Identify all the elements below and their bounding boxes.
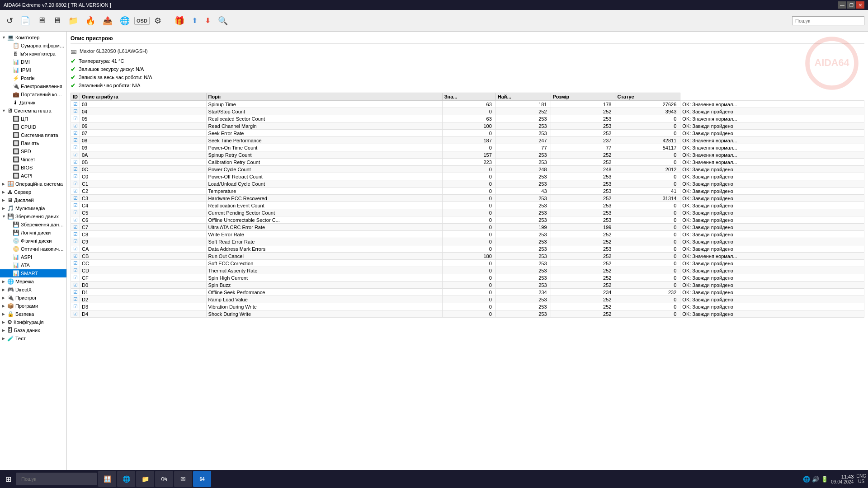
sidebar-item-bios[interactable]: 🔲BIOS	[0, 164, 66, 172]
taskbar-search-input[interactable]	[16, 473, 97, 485]
table-cell-16-5: 253	[551, 216, 615, 224]
sidebar-item-multimedia[interactable]: ▶🎵Мультимедіа	[0, 204, 66, 212]
table-row[interactable]: ☑C3Hardware ECC Recovered025325231314OK:…	[71, 195, 864, 202]
osd-button[interactable]: OSD	[134, 17, 150, 25]
table-row[interactable]: ☑CDThermal Asperity Rate02532520OK: Завж…	[71, 267, 864, 274]
sidebar-item-acpi[interactable]: 🔲ACPI	[0, 172, 66, 180]
sidebar-item-smart[interactable]: 📊SMART	[0, 269, 66, 277]
sidebar-label-network: Мережа	[15, 279, 34, 284]
table-row[interactable]: ☑CAData Address Mark Errors02532530OK: З…	[71, 245, 864, 253]
minimize-button[interactable]: —	[838, 1, 846, 9]
sidebar-item-portable[interactable]: 💼Портативний комп'ютер	[0, 90, 66, 99]
taskbar-edge-btn[interactable]: 🌐	[117, 471, 135, 487]
sidebar-item-physical[interactable]: 💿Фізичні диски	[0, 237, 66, 245]
sidebar-item-overclock[interactable]: ⚡Розгін	[0, 74, 66, 82]
up-button[interactable]: ⬆	[189, 14, 200, 27]
taskbar-aida64-btn[interactable]: 64	[193, 471, 211, 487]
table-row[interactable]: ☑CCSoft ECC Correction02532520OK: Завжди…	[71, 260, 864, 267]
sidebar-item-directx[interactable]: ▶🎮DirectX	[0, 286, 66, 294]
table-row[interactable]: ☑03Spinup Time6318117827626OK: Значення …	[71, 101, 864, 108]
sidebar-item-server[interactable]: ▶🖧Сервер	[0, 188, 66, 196]
table-header-6: Статус	[615, 93, 680, 101]
table-row[interactable]: ☑0CPower Cycle Count02482482012OK: Завжд…	[71, 166, 864, 173]
sidebar-item-power[interactable]: 🔌Електроживлення	[0, 82, 66, 90]
sidebar-item-os[interactable]: ▶🪟Операційна система	[0, 180, 66, 188]
sidebar-item-systemmb[interactable]: 🔲Системна плата	[0, 131, 66, 139]
table-row[interactable]: ☑D1Offline Seek Performance0234234232OK:…	[71, 289, 864, 296]
table-row[interactable]: ☑D0Spin Buzz02532520OK: Завжди пройдено	[71, 282, 864, 289]
sidebar-item-storage[interactable]: ▼💾Збереження даних	[0, 212, 66, 221]
taskbar-mail-btn[interactable]: ✉	[174, 471, 192, 487]
table-row[interactable]: ☑09Power-On Time Count0777754117OK: Знач…	[71, 144, 864, 151]
taskbar-explorer-btn[interactable]: 📁	[136, 471, 154, 487]
table-row[interactable]: ☑C4Reallocation Event Count02532530OK: З…	[71, 202, 864, 209]
table-row[interactable]: ☑07Seek Error Rate02532520OK: Завжди про…	[71, 130, 864, 137]
folder-button[interactable]: 📁	[66, 14, 81, 28]
table-row[interactable]: ☑0BCalibration Retry Count2232532520OK: …	[71, 159, 864, 166]
table-row[interactable]: ☑C9Soft Read Error Rate02532520OK: Завжд…	[71, 238, 864, 245]
table-row[interactable]: ☑D3Vibration During Write02532520OK: Зав…	[71, 303, 864, 310]
sidebar-item-config[interactable]: ▶⚙Конфігурація	[0, 318, 66, 326]
table-row[interactable]: ☑CBRun Out Cancel1802532520OK: Значення …	[71, 253, 864, 260]
table-row[interactable]: ☑CFSpin High Current02532520OK: Завжди п…	[71, 274, 864, 282]
sidebar-item-spd[interactable]: 🔲SPD	[0, 147, 66, 155]
table-row[interactable]: ☑C8Write Error Rate02532520OK: Завжди пр…	[71, 231, 864, 238]
table-row[interactable]: ☑D4Shock During Write02532520OK: Завжди …	[71, 310, 864, 318]
table-row[interactable]: ☑C2Temperature04325341OK: Завжди пройден…	[71, 188, 864, 195]
sidebar-item-network[interactable]: ▶🌐Мережа	[0, 277, 66, 286]
start-button[interactable]: ⊞	[2, 471, 15, 487]
sidebar-item-test[interactable]: ▶🧪Тест	[0, 334, 66, 343]
sidebar-item-database[interactable]: ▶🗄База даних	[0, 326, 66, 334]
sidebar-item-computer[interactable]: ▼💻Комп'ютер	[0, 33, 66, 42]
maximize-button[interactable]: ❐	[847, 1, 855, 9]
monitor-button[interactable]: 🖥	[50, 14, 64, 27]
table-row[interactable]: ☑C6Offline Uncorrectable Sector C...0253…	[71, 216, 864, 224]
table-row[interactable]: ☑C1Load/Unload Cycle Count02532530OK: За…	[71, 180, 864, 188]
sidebar-item-chipset[interactable]: 🔲Чіпсет	[0, 155, 66, 164]
table-row[interactable]: ☑C0Power-Off Retract Count02532530OK: За…	[71, 173, 864, 180]
table-row[interactable]: ☑0ASpinup Retry Count1572532520OK: Значе…	[71, 151, 864, 159]
sidebar-item-cpu[interactable]: 🔲ЦП	[0, 115, 66, 123]
settings-button[interactable]: ⚙	[151, 14, 164, 28]
refresh-button[interactable]: ↺	[4, 14, 16, 28]
table-row[interactable]: ☑C7Ultra ATA CRC Error Rate01991990OK: З…	[71, 224, 864, 231]
table-row[interactable]: ☑C5Current Pending Sector Count02532530O…	[71, 209, 864, 216]
sidebar-item-optical[interactable]: 📀Оптичні накопичувачі	[0, 245, 66, 253]
sidebar-item-sensor[interactable]: 🌡Датчик	[0, 99, 66, 107]
toolbar-search-input[interactable]	[792, 16, 864, 25]
sidebar-item-motherboard[interactable]: ▼🖥Системна плата	[0, 107, 66, 115]
sidebar-item-cpuid[interactable]: 🔲CPUID	[0, 123, 66, 131]
table-row[interactable]: ☑05Reallocated Sector Count632532530OK: …	[71, 115, 864, 122]
sidebar-item-memory[interactable]: 🔲Пам'ять	[0, 139, 66, 147]
close-button[interactable]: ✕	[856, 1, 864, 9]
gift-button[interactable]: 🎁	[172, 14, 187, 28]
sidebar-item-dmi[interactable]: 📊DMI	[0, 58, 66, 66]
sidebar-item-storwin[interactable]: 💾Збереження даних Win...	[0, 221, 66, 229]
table-cell-11-7: OK: Завжди пройдено	[680, 180, 864, 188]
web-button[interactable]: 🌐	[117, 14, 132, 28]
sidebar-item-software[interactable]: ▶📦Програми	[0, 302, 66, 310]
table-row[interactable]: ☑D2Ramp Load Value02532520OK: Завжди про…	[71, 296, 864, 303]
fire-button[interactable]: 🔥	[83, 14, 98, 28]
sidebar-item-computername[interactable]: 🖥Ім'я комп'ютера	[0, 50, 66, 58]
sidebar-item-ata[interactable]: 📊ATA	[0, 261, 66, 269]
taskbar-windows-btn[interactable]: 🪟	[98, 471, 116, 487]
computer-button[interactable]: 🖥	[35, 14, 48, 27]
sidebar-item-security[interactable]: ▶🔒Безпека	[0, 310, 66, 318]
sidebar-item-aspi[interactable]: 📊ASPI	[0, 253, 66, 261]
sidebar-item-summary[interactable]: 📋Сумарна інформація	[0, 42, 66, 50]
export-button[interactable]: 📤	[100, 14, 115, 28]
table-row[interactable]: ☑04Start/Stop Count02522523943OK: Завжди…	[71, 108, 864, 115]
sidebar-item-logical[interactable]: 💾Логічні диски	[0, 229, 66, 237]
sidebar-item-ipmi[interactable]: 📊IPMI	[0, 66, 66, 74]
sidebar-item-display[interactable]: ▶🖥Дисплей	[0, 196, 66, 204]
search-toolbar-button[interactable]: 🔍	[215, 14, 231, 28]
table-row[interactable]: ☑06Read Channel Margin1002532530OK: Завж…	[71, 122, 864, 130]
sidebar-item-devices[interactable]: ▶🔌Пристрої	[0, 294, 66, 302]
checkbox-icon: ☑	[73, 123, 78, 128]
table-cell-7-5: 252	[551, 151, 615, 159]
down-button[interactable]: ⬇	[202, 14, 213, 27]
taskbar-store-btn[interactable]: 🛍	[155, 471, 173, 487]
report-button[interactable]: 📄	[18, 14, 33, 28]
table-row[interactable]: ☑08Seek Time Performance18724723742811OK…	[71, 137, 864, 144]
